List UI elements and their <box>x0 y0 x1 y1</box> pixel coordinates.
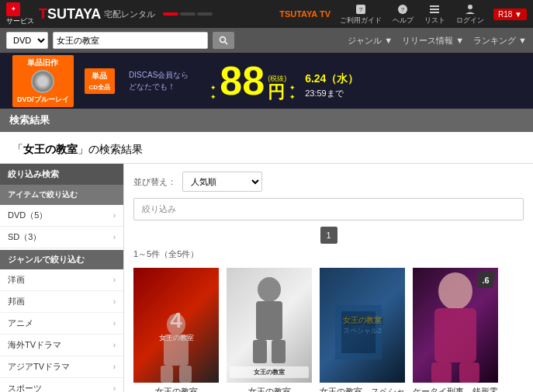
sort-label: 並び替え： <box>133 176 176 188</box>
svg-point-14 <box>258 277 281 302</box>
main-nav <box>163 12 213 16</box>
header-right: TSUTAYA TV ? ご利用ガイド ? ヘルプ リスト ログイン R18 ▼ <box>279 3 527 26</box>
sidebar-genre-asia-tv[interactable]: アジアTVドラマ › <box>0 356 123 378</box>
svg-point-8 <box>220 37 226 43</box>
page-1-button[interactable]: 1 <box>320 227 337 244</box>
logo: TSUTAYA <box>39 6 101 23</box>
r18-button[interactable]: R18 ▼ <box>493 9 527 20</box>
sidebar-item-dvd[interactable]: DVD（5） › <box>0 205 123 227</box>
filter-box: 絞り込み <box>133 198 524 220</box>
search-bar: DVD ジャンル ▼ リリース情報 ▼ ランキング ▼ <box>0 28 533 53</box>
guide-icon[interactable]: ? ご利用ガイド <box>340 3 382 26</box>
product-thumb: 女王の教室 <box>227 268 312 383</box>
banner-date-block: 6.24（水） 23:59まで <box>305 70 358 101</box>
arrow-icon: › <box>113 384 116 392</box>
help-icon[interactable]: ? ヘルプ <box>393 3 414 26</box>
banner-yen: 円 <box>268 84 285 101</box>
content-area: 並び替え： 人気順 新着順 タイトル順 絞り込み 1 1～5件（全5件） 4 女… <box>124 164 533 392</box>
star-right: ✦ <box>289 84 296 92</box>
svg-text:?: ? <box>359 6 363 13</box>
search-nav: ジャンル ▼ リリース情報 ▼ ランキング ▼ <box>348 35 527 47</box>
nav-dvd[interactable] <box>163 12 178 16</box>
nav-cd[interactable] <box>180 12 196 16</box>
sidebar: 絞り込み検索 アイテムで絞り込む DVD（5） › SD（3） › ジャンルで絞… <box>0 164 124 392</box>
result-heading: 「女王の教室」の検索結果 <box>0 132 533 164</box>
product-item[interactable]: 4 女王の教室 女王の教室 <box>133 268 219 392</box>
sort-select[interactable]: 人気順 新着順 タイトル順 <box>182 172 262 192</box>
sidebar-item-sd[interactable]: SD（3） › <box>0 227 123 248</box>
svg-rect-5 <box>430 9 439 10</box>
product-title: ケータイ刑事 銭形零 <box>413 386 498 392</box>
svg-rect-4 <box>430 5 439 7</box>
nav-comic[interactable] <box>197 12 213 16</box>
pagination: 1 <box>133 227 524 244</box>
svg-rect-17 <box>272 340 286 363</box>
arrow-icon: › <box>113 363 116 371</box>
banner-tag1: 単品旧作 DVD/ブルーレイ <box>12 55 74 107</box>
sort-row: 並び替え： 人気順 新着順 タイトル順 <box>133 172 524 192</box>
heading-prefix: 「 <box>12 143 23 155</box>
banner-left: 単品旧作 DVD/ブルーレイ 単品 CD全品 DISCAS会員なら どなたでも！ <box>12 55 189 107</box>
login-icon[interactable]: ログイン <box>456 3 484 26</box>
sidebar-genre-houga[interactable]: 邦画 › <box>0 291 123 313</box>
svg-point-20 <box>438 272 472 310</box>
product-thumb: .6 .6 <box>413 268 498 383</box>
svg-rect-11 <box>164 335 189 366</box>
product-thumb: 女王の教室 スペシャル2 <box>320 268 405 383</box>
sidebar-genre-kaigai-tv[interactable]: 海外TVドラマ › <box>0 335 123 356</box>
genre-dropdown[interactable]: ジャンル ▼ <box>348 35 393 47</box>
service-icon: ✦ サービス <box>6 2 34 26</box>
product-thumb: 4 女王の教室 <box>133 268 219 383</box>
product-title: 女王の教室 スペシャル <box>320 386 405 392</box>
heading-suffix: 」の検索結果 <box>78 143 143 155</box>
promo-banner[interactable]: 単品旧作 DVD/ブルーレイ 単品 CD全品 DISCAS会員なら どなたでも！… <box>0 53 533 109</box>
product-item[interactable]: 女王の教室 スペシャル2 女王の教室 スペシャル <box>320 268 405 392</box>
sidebar-filter-title: 絞り込み検索 <box>0 164 123 185</box>
svg-point-10 <box>167 314 185 335</box>
release-dropdown[interactable]: リリース情報 ▼ <box>402 35 464 47</box>
sidebar-genre-title: ジャンルで絞り込む <box>0 250 123 269</box>
banner-discas-text: DISCAS会員なら どなたでも！ <box>129 69 189 92</box>
star-right2: ✦ <box>289 93 296 101</box>
banner-right: ✦ ✦ 88 (税抜) 円 ✦ ✦ 6.24（水） 23:59まで <box>210 61 358 101</box>
svg-text:?: ? <box>401 6 405 13</box>
search-input[interactable] <box>53 32 208 49</box>
svg-rect-16 <box>253 340 267 363</box>
ranking-dropdown[interactable]: ランキング ▼ <box>473 35 527 47</box>
search-button[interactable] <box>213 32 234 49</box>
product-title: 女王の教室 <box>227 386 312 392</box>
section-title: 検索結果 <box>0 109 533 132</box>
star-left: ✦ <box>210 84 216 92</box>
svg-rect-23 <box>459 363 479 383</box>
product-grid: 4 女王の教室 女王の教室 <box>133 268 524 392</box>
arrow-icon: › <box>113 319 116 328</box>
main-layout: 絞り込み検索 アイテムで絞り込む DVD（5） › SD（3） › ジャンルで絞… <box>0 164 533 392</box>
sidebar-genre-anime[interactable]: アニメ › <box>0 313 123 335</box>
header: ✦ サービス TSUTAYA 宅配レンタル TSUTAYA TV ? ご利用ガイ… <box>0 0 533 28</box>
arrow-icon: › <box>113 276 116 284</box>
search-keyword: 女王の教室 <box>23 143 78 155</box>
arrow-icon: › <box>113 341 116 349</box>
product-item[interactable]: 女王の教室 女王の教室 <box>227 268 312 392</box>
tsutaya-tv-link[interactable]: TSUTAYA TV <box>279 9 331 19</box>
logo-sub: 宅配レンタル <box>104 9 155 20</box>
arrow-icon: › <box>113 233 116 241</box>
sidebar-genre-sports[interactable]: スポーツ › <box>0 378 123 392</box>
svg-point-7 <box>468 5 472 9</box>
product-title: 女王の教室 <box>133 386 219 392</box>
sidebar-genre-youga[interactable]: 洋画 › <box>0 269 123 291</box>
svg-line-9 <box>225 42 227 44</box>
search-type-select[interactable]: DVD <box>6 32 48 49</box>
list-icon[interactable]: リスト <box>424 3 445 26</box>
arrow-icon: › <box>113 211 116 220</box>
result-count: 1～5件（全5件） <box>133 248 524 260</box>
svg-rect-21 <box>434 308 476 363</box>
star-left2: ✦ <box>210 93 216 101</box>
svg-rect-22 <box>431 363 452 383</box>
svg-rect-12 <box>161 366 173 383</box>
svg-rect-19 <box>341 311 376 353</box>
sidebar-item-filter-title: アイテムで絞り込む <box>0 185 123 205</box>
svg-rect-13 <box>179 366 192 383</box>
product-item[interactable]: .6 .6 ケータイ刑事 銭形零 <box>413 268 498 392</box>
svg-rect-15 <box>256 301 282 340</box>
